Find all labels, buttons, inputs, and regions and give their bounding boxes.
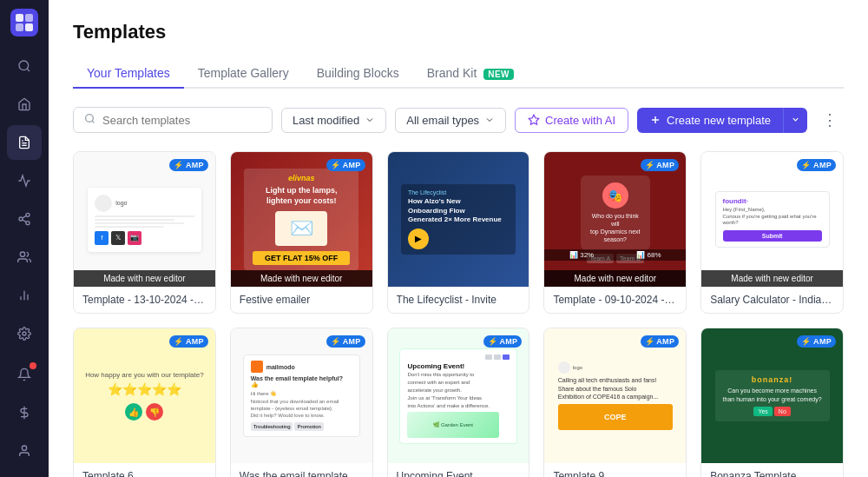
template-card[interactable]: ⚡ AMP logo f 𝕏 📷 Made w xyxy=(73,151,216,314)
new-editor-banner: Made with new editor xyxy=(74,270,215,287)
template-card[interactable]: ⚡ AMP 🎭 Who do you think willtop Dynamic… xyxy=(543,151,687,314)
svg-point-16 xyxy=(23,332,26,335)
svg-point-9 xyxy=(26,222,30,225)
template-title: Template - 13-10-2024 - 02:44 xyxy=(82,294,207,306)
svg-marker-20 xyxy=(529,115,539,124)
templates-grid: ⚡ AMP logo f 𝕏 📷 Made w xyxy=(73,151,844,477)
template-card[interactable]: ⚡ AMP bonanza! Can you become more machi… xyxy=(700,328,844,477)
sidebar-item-share[interactable] xyxy=(7,202,42,236)
template-title: Festive emailer xyxy=(240,294,364,306)
main-content: Templates Your Templates Template Galler… xyxy=(49,0,868,477)
svg-point-4 xyxy=(19,61,29,70)
template-preview: ⚡ AMP mailmodo Was the email template he… xyxy=(231,328,372,463)
tab-building-blocks[interactable]: Building Blocks xyxy=(303,59,413,89)
svg-rect-0 xyxy=(16,14,23,22)
amp-badge: ⚡ AMP xyxy=(326,335,365,348)
create-new-template-button[interactable]: Create new template xyxy=(637,108,783,133)
more-options-button[interactable]: ⋮ xyxy=(816,106,844,134)
sidebar xyxy=(0,0,49,477)
svg-rect-3 xyxy=(25,23,33,31)
template-title: Upcoming Event xyxy=(397,470,521,477)
template-card[interactable]: ⚡ AMP logo Calling all tech enthusiasts … xyxy=(543,328,687,477)
search-box[interactable] xyxy=(73,107,273,133)
app-logo[interactable] xyxy=(10,9,38,36)
svg-point-18 xyxy=(22,446,26,450)
page-title: Templates xyxy=(73,21,844,43)
sidebar-item-home[interactable] xyxy=(7,87,42,122)
svg-point-19 xyxy=(86,115,94,123)
create-with-ai-button[interactable]: Create with AI xyxy=(515,108,628,133)
template-preview: ⚡ AMP logo f 𝕏 📷 Made w xyxy=(74,152,215,287)
tab-bar: Your Templates Template Gallery Building… xyxy=(73,59,844,89)
amp-badge: ⚡ AMP xyxy=(641,159,680,171)
sidebar-item-templates[interactable] xyxy=(7,125,42,160)
amp-badge: ⚡ AMP xyxy=(797,335,836,348)
new-editor-banner: Made with new editor xyxy=(231,270,372,287)
template-card[interactable]: The Lifecyclist How Alzo's NewOnboarding… xyxy=(387,151,530,314)
amp-badge: ⚡ AMP xyxy=(641,335,680,348)
sidebar-item-billing[interactable] xyxy=(7,395,42,430)
template-title: The Lifecyclist - Invite xyxy=(397,294,521,306)
amp-badge: ⚡ AMP xyxy=(797,159,836,171)
template-card[interactable]: ⚡ AMP foundit· Hey {First_Name},Curious … xyxy=(700,151,844,314)
new-editor-banner: Made with new editor xyxy=(701,270,843,287)
sidebar-item-settings[interactable] xyxy=(7,316,42,351)
template-card[interactable]: ⚡ AMP How happy are you with our templat… xyxy=(73,328,216,477)
toolbar: Last modified All email types Create wit… xyxy=(73,106,844,134)
template-card[interactable]: ⚡ AMP mailmodo Was the email template he… xyxy=(230,328,373,477)
stats-bar: 📊 32%📊 68% xyxy=(544,249,686,261)
last-modified-filter[interactable]: Last modified xyxy=(281,108,386,133)
template-title: Bonanza Template xyxy=(710,470,834,477)
svg-line-10 xyxy=(23,220,27,222)
svg-point-8 xyxy=(19,217,23,221)
svg-line-11 xyxy=(23,215,27,218)
svg-point-7 xyxy=(26,213,30,216)
sidebar-item-analytics[interactable] xyxy=(7,163,42,198)
template-preview: ⚡ AMP 🎭 Who do you think willtop Dynamic… xyxy=(544,152,686,287)
template-preview: ⚡ AMP elivnas Light up the lamps,lighten… xyxy=(231,152,372,287)
amp-badge: ⚡ AMP xyxy=(169,159,208,171)
template-preview: ⚡ AMP bonanza! Can you become more machi… xyxy=(701,328,843,463)
template-preview: ⚡ AMP How happy are you with our templat… xyxy=(74,328,215,463)
template-preview: ⚡ AMP logo Calling all tech enthusiasts … xyxy=(544,328,686,463)
amp-badge: ⚡ AMP xyxy=(169,335,208,348)
search-input[interactable] xyxy=(102,114,261,127)
sidebar-item-search[interactable] xyxy=(7,49,42,83)
svg-rect-2 xyxy=(16,23,23,31)
template-card[interactable]: ⚡ AMP elivnas Light up the lamps,lighten… xyxy=(230,151,373,314)
new-editor-banner: Made with new editor xyxy=(544,270,686,287)
amp-badge: ⚡ AMP xyxy=(483,335,523,348)
svg-point-12 xyxy=(20,252,24,256)
template-card[interactable]: ⚡ AMP Upcoming Event!Don't miss this opp… xyxy=(387,328,530,477)
tab-your-templates[interactable]: Your Templates xyxy=(73,59,184,89)
sidebar-item-charts[interactable] xyxy=(7,278,42,313)
template-title: Template - 09-10-2024 - 04:24 xyxy=(553,294,677,306)
search-icon xyxy=(84,113,95,127)
create-template-group: Create new template xyxy=(637,108,807,133)
template-title: Salary Calculator - India_final xyxy=(710,294,834,306)
svg-rect-1 xyxy=(25,14,33,22)
sidebar-item-profile[interactable] xyxy=(7,434,42,468)
email-type-filter[interactable]: All email types xyxy=(395,108,506,133)
amp-badge: ⚡ AMP xyxy=(326,159,365,171)
template-preview: ⚡ AMP foundit· Hey {First_Name},Curious … xyxy=(701,152,843,287)
template-title: Was the email template helpful? xyxy=(240,470,364,477)
tab-brand-kit[interactable]: Brand Kit NEW xyxy=(413,59,528,89)
create-template-dropdown-button[interactable] xyxy=(783,108,807,133)
sidebar-item-users[interactable] xyxy=(7,240,42,275)
template-title: Template 6 xyxy=(82,470,207,477)
template-title: Template 9 xyxy=(553,470,677,477)
new-badge: NEW xyxy=(483,69,514,80)
template-preview: ⚡ AMP Upcoming Event!Don't miss this opp… xyxy=(388,328,529,463)
sidebar-item-notifications[interactable] xyxy=(7,357,42,392)
notification-badge xyxy=(30,362,36,369)
tab-template-gallery[interactable]: Template Gallery xyxy=(184,59,303,89)
template-preview: The Lifecyclist How Alzo's NewOnboarding… xyxy=(388,152,529,287)
